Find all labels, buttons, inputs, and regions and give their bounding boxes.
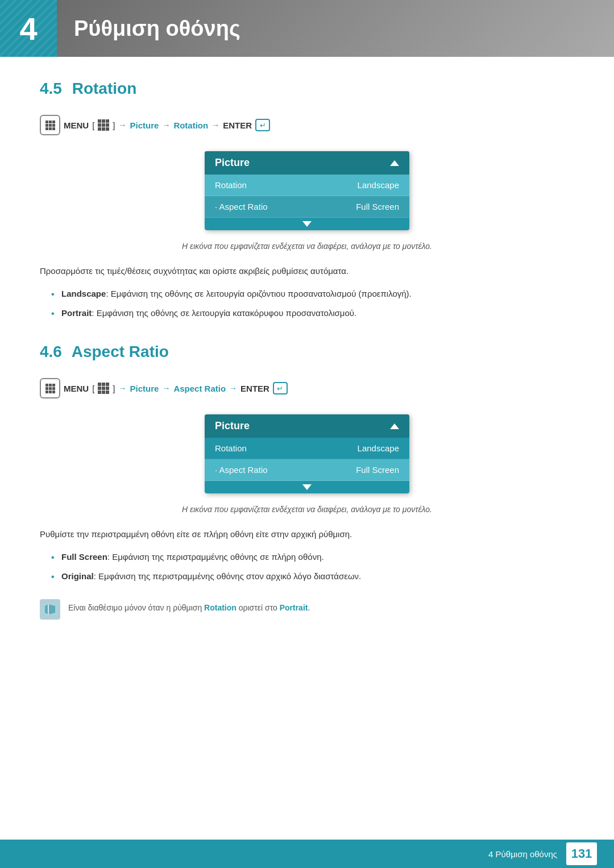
picture-menu-header-46: Picture — [205, 414, 409, 438]
picture-menu-footer-46 — [205, 481, 409, 493]
arrow3-46: → — [229, 384, 237, 393]
menu-icon-46 — [40, 378, 60, 398]
page-wrapper: 4 Ρύθμιση οθόνης 4.5 Rotation — [0, 0, 614, 868]
footer: 4 Ρύθμιση οθόνης 131 — [0, 840, 614, 868]
chapter-number-box: 4 — [0, 0, 57, 57]
menu-label-46: MENU — [64, 384, 89, 393]
arrow1-45: → — [119, 121, 127, 130]
arrow-down-45 — [302, 221, 312, 227]
aspect-ratio-value-46: Full Screen — [356, 465, 399, 475]
bullet-list-45: Landscape: Εμφάνιση της οθόνης σε λειτου… — [51, 287, 574, 320]
menu-icon-45 — [40, 115, 60, 135]
picture-link-46: Picture — [130, 384, 159, 393]
info-box-46: Είναι διαθέσιμο μόνον όταν η ρύθμιση Rot… — [40, 599, 574, 620]
list-item-fullscreen: Full Screen: Εμφάνιση της περιστραμμένης… — [51, 550, 574, 564]
footer-page-number: 131 — [566, 842, 597, 865]
section-46-menu-path: MENU [ ] → Picture → Aspect Ratio — [40, 378, 574, 398]
picture-link-45: Picture — [130, 121, 159, 130]
arrow-up-46 — [390, 423, 399, 429]
arrow1-46: → — [119, 384, 127, 393]
note-46: Η εικόνα που εμφανίζεται ενδέχεται να δι… — [40, 505, 574, 514]
aspect-ratio-link-46: Aspect Ratio — [173, 384, 226, 393]
rotation-link-45: Rotation — [173, 121, 208, 130]
list-item-landscape: Landscape: Εμφάνιση της οθόνης σε λειτου… — [51, 287, 574, 301]
note-45: Η εικόνα που εμφανίζεται ενδέχεται να δι… — [40, 242, 574, 251]
paragraph-46: Ρυθμίστε την περιστραμμένη οθόνη είτε σε… — [40, 528, 574, 541]
aspect-ratio-label-45: Aspect Ratio — [215, 202, 268, 211]
info-text-46: Είναι διαθέσιμο μόνον όταν η ρύθμιση Rot… — [68, 599, 310, 614]
section-46-block: 4.6 Aspect Ratio MENU [ — [40, 343, 574, 620]
info-icon-46 — [40, 599, 60, 620]
picture-menu-footer-45 — [205, 218, 409, 230]
picture-menu-45: Picture Rotation Landscape Aspect Ratio … — [205, 151, 409, 230]
arrow3-45: → — [211, 121, 219, 130]
section-45-menu-path: MENU [ ] → Picture → Rotation — [40, 115, 574, 135]
footer-text: 4 Ρύθμιση οθόνης — [488, 849, 557, 859]
enter-label-45: ENTER — [223, 121, 252, 130]
menu-bracket-open-45: [ — [92, 121, 94, 130]
menu-label-45: MENU — [64, 121, 89, 130]
section-45-block: 4.5 Rotation MENU [ — [40, 80, 574, 320]
arrow-up-45 — [390, 160, 399, 166]
rotation-value-46: Landscape — [358, 443, 399, 453]
menu-bracket-close-45: ] — [113, 121, 115, 130]
paragraph-45: Προσαρμόστε τις τιμές/θέσεις συχνότητας … — [40, 264, 574, 278]
section-45-heading: 4.5 Rotation — [40, 80, 574, 98]
arrow-down-46 — [302, 484, 312, 490]
rotation-label-46: Rotation — [215, 443, 247, 453]
aspect-ratio-value-45: Full Screen — [356, 202, 399, 211]
rotation-row-46: Rotation Landscape — [205, 438, 409, 459]
chapter-header: 4 Ρύθμιση οθόνης — [0, 0, 614, 57]
arrow2-46: → — [162, 384, 170, 393]
rotation-row-45: Rotation Landscape — [205, 175, 409, 196]
enter-label-46: ENTER — [240, 384, 269, 393]
section-46-heading: 4.6 Aspect Ratio — [40, 343, 574, 361]
menu-bracket-close-46: ] — [113, 384, 115, 393]
menu-bracket-open-46: [ — [92, 384, 94, 393]
aspect-ratio-row-45: Aspect Ratio Full Screen — [205, 196, 409, 218]
aspect-ratio-row-46: Aspect Ratio Full Screen — [205, 459, 409, 481]
list-item-original: Original: Εμφάνιση της περιστραμμένης οθ… — [51, 570, 574, 583]
chapter-title: Ρύθμιση οθόνης — [57, 16, 240, 41]
main-content: 4.5 Rotation MENU [ — [0, 80, 614, 620]
arrow2-45: → — [162, 121, 170, 130]
bullet-list-46: Full Screen: Εμφάνιση της περιστραμμένης… — [51, 550, 574, 583]
rotation-value-45: Landscape — [358, 180, 399, 190]
rotation-label-45: Rotation — [215, 180, 247, 190]
aspect-ratio-label-46: Aspect Ratio — [215, 465, 268, 475]
enter-icon-45: ↵ — [255, 119, 270, 131]
picture-menu-46: Picture Rotation Landscape Aspect Ratio … — [205, 414, 409, 493]
list-item-portrait: Portrait: Εμφάνιση της οθόνης σε λειτουρ… — [51, 306, 574, 320]
picture-menu-header-45: Picture — [205, 151, 409, 175]
enter-icon-46: ↵ — [273, 382, 288, 394]
